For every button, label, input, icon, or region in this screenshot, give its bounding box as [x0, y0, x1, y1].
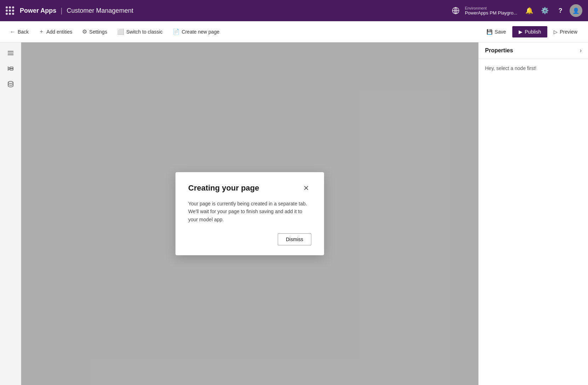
powerapps-label: Power Apps: [20, 7, 56, 14]
properties-placeholder: Hey, select a node first!: [479, 59, 588, 77]
top-nav: Power Apps | Customer Management Environ…: [0, 0, 588, 21]
modal-body: Your page is currently being created in …: [188, 200, 311, 223]
environment-info: Environment PowerApps PM Playgro...: [465, 6, 517, 16]
properties-chevron-icon[interactable]: ›: [580, 47, 582, 54]
back-button[interactable]: ← Back: [6, 27, 33, 37]
back-icon: ←: [10, 29, 16, 35]
modal-overlay: Creating your page ✕ Your page is curren…: [21, 42, 478, 385]
left-sidebar: [0, 42, 21, 385]
main-layout: Creating your page ✕ Your page is curren…: [0, 42, 588, 385]
properties-header: Properties ›: [479, 42, 588, 59]
user-avatar[interactable]: 👤: [570, 4, 582, 17]
nav-right: Environment PowerApps PM Playgro... 🔔 ⚙️…: [449, 4, 582, 17]
preview-icon: ▷: [554, 29, 558, 35]
add-icon: ＋: [39, 28, 44, 35]
settings-button[interactable]: ⚙ Settings: [78, 26, 111, 37]
toolbar: ← Back ＋ Add entities ⚙ Settings ⬜ Switc…: [0, 21, 588, 42]
menu-icon[interactable]: [4, 47, 17, 59]
properties-title: Properties: [485, 47, 513, 54]
modal-footer: Dismiss: [188, 233, 311, 245]
preview-button[interactable]: ▷ Preview: [549, 27, 582, 37]
switch-classic-button[interactable]: ⬜ Switch to classic: [113, 26, 167, 37]
toolbar-right: 💾 Save ▶ Publish ▷ Preview: [482, 26, 582, 37]
publish-button[interactable]: ▶ Publish: [512, 26, 547, 37]
modal-title: Creating your page: [188, 183, 259, 193]
globe-button[interactable]: [449, 4, 462, 17]
project-name: Customer Management: [67, 7, 133, 14]
publish-icon: ▶: [519, 29, 523, 35]
switch-icon: ⬜: [117, 28, 124, 35]
dismiss-button[interactable]: Dismiss: [278, 233, 311, 245]
svg-rect-11: [10, 69, 13, 70]
create-page-button[interactable]: 📄 Create new page: [168, 26, 224, 37]
nav-separator: |: [60, 7, 62, 15]
modal-close-button[interactable]: ✕: [301, 184, 311, 192]
tree-view-icon[interactable]: [4, 62, 17, 75]
page-icon: 📄: [173, 28, 180, 35]
settings-icon: ⚙: [82, 28, 87, 35]
settings-nav-button[interactable]: ⚙️: [538, 4, 551, 17]
properties-panel: Properties › Hey, select a node first!: [478, 42, 588, 385]
creating-page-modal: Creating your page ✕ Your page is curren…: [175, 172, 324, 255]
add-entities-button[interactable]: ＋ Add entities: [34, 26, 76, 37]
notification-button[interactable]: 🔔: [523, 4, 536, 17]
svg-point-12: [8, 81, 13, 83]
save-icon: 💾: [486, 29, 492, 35]
database-icon[interactable]: [4, 78, 17, 91]
save-button[interactable]: 💾 Save: [482, 27, 511, 37]
modal-header: Creating your page ✕: [188, 183, 311, 193]
canvas-area: Creating your page ✕ Your page is curren…: [21, 42, 478, 385]
help-button[interactable]: ?: [554, 4, 567, 17]
app-grid-icon[interactable]: [6, 6, 14, 15]
